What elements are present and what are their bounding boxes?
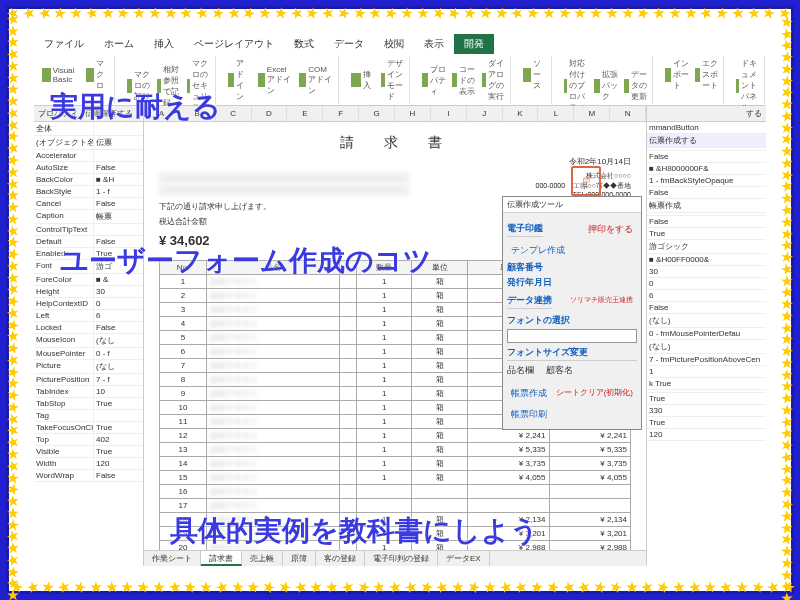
ribbon-item[interactable]: デザインモード bbox=[381, 58, 405, 102]
ribbon-item[interactable]: 拡張パック bbox=[594, 58, 618, 113]
prop-val[interactable]: 120 bbox=[647, 429, 766, 440]
table-row[interactable]: 16品名テキスト bbox=[160, 485, 631, 499]
col-header[interactable]: A bbox=[144, 106, 180, 121]
prop-val[interactable]: True bbox=[647, 417, 766, 428]
col-header[interactable]: B bbox=[180, 106, 216, 121]
prop-val[interactable] bbox=[647, 390, 766, 392]
sheet-tab[interactable]: 売上帳 bbox=[242, 551, 283, 566]
ribbon-tab[interactable]: ページレイアウト bbox=[184, 34, 284, 54]
prop-val[interactable]: ■ &H00FF0000& bbox=[647, 254, 766, 265]
sheet-tab[interactable]: 原簿 bbox=[283, 551, 316, 566]
prop-val[interactable]: ■ &H bbox=[94, 174, 143, 185]
table-row[interactable]: 14品名テキスト1箱¥ 3,735¥ 3,735 bbox=[160, 457, 631, 471]
prop-val[interactable]: 1 - f bbox=[94, 186, 143, 197]
make-button[interactable]: 帳票作成 bbox=[507, 385, 551, 402]
ribbon-item[interactable]: エクスポート bbox=[695, 58, 719, 91]
prop-val[interactable]: False bbox=[647, 216, 766, 227]
ribbon-tab[interactable]: 校閲 bbox=[374, 34, 414, 54]
ribbon-item[interactable]: ダイアログの実行 bbox=[482, 58, 506, 102]
prop-val[interactable]: 游ゴシック bbox=[647, 240, 766, 253]
prop-val[interactable]: 0 - f bbox=[94, 348, 143, 359]
prop-val[interactable]: ■ &H8000000F& bbox=[647, 163, 766, 174]
prop-val[interactable]: False bbox=[647, 151, 766, 162]
col-header[interactable]: H bbox=[395, 106, 431, 121]
ribbon-tab[interactable]: データ bbox=[324, 34, 374, 54]
sheet-tab[interactable]: 客の登録 bbox=[316, 551, 365, 566]
stamp-button[interactable]: 押印をする bbox=[584, 221, 637, 238]
sheet-tabs[interactable]: 作業シート請求書売上帳原簿客の登録電子印判の登録データEX bbox=[144, 550, 646, 566]
prop-val[interactable]: 0 bbox=[647, 278, 766, 289]
worksheet[interactable]: ABCDEFGHIJKLMN 請 求 書 令和2年10月14日 下記の通り請求申… bbox=[144, 106, 646, 566]
table-row[interactable]: 15品名テキスト1箱¥ 4,055¥ 4,055 bbox=[160, 471, 631, 485]
prop-val[interactable]: False bbox=[94, 322, 143, 333]
prop-val[interactable]: 30 bbox=[647, 266, 766, 277]
ribbon-item[interactable]: ドキュメントパネル bbox=[736, 58, 760, 113]
prop-val[interactable]: 伝票 bbox=[94, 136, 143, 149]
print-button[interactable]: 帳票印刷 bbox=[507, 406, 637, 423]
prop-val[interactable]: True bbox=[94, 398, 143, 409]
sheet-tab[interactable]: 請求書 bbox=[201, 551, 242, 566]
link-button[interactable]: ソリマチ販売王連携 bbox=[566, 293, 637, 310]
prop-val[interactable]: (なし) bbox=[647, 340, 766, 353]
prop-val[interactable]: 6 bbox=[647, 290, 766, 301]
ribbon-tab[interactable]: 表示 bbox=[414, 34, 454, 54]
table-row[interactable]: 19品名テキスト1箱¥ 3,201¥ 3,201 bbox=[160, 527, 631, 541]
prop-val[interactable]: True bbox=[647, 393, 766, 404]
prop-val[interactable] bbox=[647, 148, 766, 150]
prop-val[interactable]: 1 bbox=[647, 366, 766, 377]
prop-val[interactable]: False bbox=[647, 187, 766, 198]
sheet-tab[interactable]: 電子印判の登録 bbox=[365, 551, 438, 566]
clear-button[interactable]: シートクリア(初期化) bbox=[552, 385, 637, 402]
col-header[interactable]: M bbox=[574, 106, 610, 121]
ribbon-item[interactable]: COMアドイン bbox=[299, 58, 334, 102]
ribbon-tab[interactable]: ファイル bbox=[34, 34, 94, 54]
prop-val[interactable] bbox=[94, 410, 143, 421]
prop-val[interactable]: True bbox=[94, 446, 143, 457]
col-header[interactable]: E bbox=[287, 106, 323, 121]
prop-val[interactable]: False bbox=[94, 236, 143, 247]
prop-val[interactable]: 330 bbox=[647, 405, 766, 416]
prop-val[interactable] bbox=[647, 213, 766, 215]
prop-val[interactable]: 6 bbox=[94, 310, 143, 321]
ribbon-item[interactable]: Visual Basic bbox=[42, 58, 80, 91]
prop-tab[interactable]: 全体 bbox=[34, 122, 94, 135]
prop-val[interactable]: 402 bbox=[94, 434, 143, 445]
ribbon-item[interactable]: アドイン bbox=[228, 58, 252, 102]
prop-val[interactable]: 120 bbox=[94, 458, 143, 469]
col-header[interactable]: K bbox=[503, 106, 539, 121]
prop-val[interactable]: 0 - fmMousePointerDefau bbox=[647, 328, 766, 339]
col-header[interactable]: F bbox=[323, 106, 359, 121]
prop-val[interactable]: False bbox=[94, 198, 143, 209]
userform-panel[interactable]: 伝票作成ツール 電子印鑑押印をする テンプレ作成 顧客番号 発行年月日 データ連… bbox=[502, 196, 642, 430]
ribbon-item[interactable]: インポート bbox=[665, 58, 689, 91]
prop-val[interactable]: (なし) bbox=[647, 314, 766, 327]
ribbon-item[interactable]: マクロの記録 bbox=[127, 58, 151, 113]
sheet-tab[interactable]: データEX bbox=[438, 551, 490, 566]
prop-val[interactable]: ■ & bbox=[94, 274, 143, 285]
prop-val[interactable]: True bbox=[647, 228, 766, 239]
prop-val[interactable]: 帳票作成 bbox=[647, 199, 766, 212]
ribbon-item[interactable]: マクロ bbox=[86, 58, 110, 91]
col-header[interactable]: C bbox=[216, 106, 252, 121]
prop-val[interactable]: True bbox=[94, 248, 143, 259]
prop-val[interactable]: True bbox=[94, 422, 143, 433]
prop-val[interactable]: 1 - fmBackStyleOpaque bbox=[647, 175, 766, 186]
ribbon-tab[interactable]: 開発 bbox=[454, 34, 494, 54]
col-header[interactable]: I bbox=[431, 106, 467, 121]
prop-val[interactable]: 30 bbox=[94, 286, 143, 297]
table-row[interactable]: 18品名テキスト1箱¥ 2,134¥ 2,134 bbox=[160, 513, 631, 527]
prop-val[interactable]: 10 bbox=[94, 386, 143, 397]
col-header[interactable]: J bbox=[467, 106, 503, 121]
ribbon-item[interactable]: コードの表示 bbox=[452, 58, 476, 102]
col-header[interactable]: L bbox=[538, 106, 574, 121]
prop-val[interactable]: 帳票 bbox=[94, 210, 143, 223]
prop-val[interactable]: False bbox=[94, 470, 143, 481]
col-header[interactable]: N bbox=[610, 106, 646, 121]
font-select[interactable] bbox=[507, 329, 637, 343]
ribbon-item[interactable]: Excelアドイン bbox=[258, 58, 294, 102]
sheet-tab[interactable]: 作業シート bbox=[144, 551, 201, 566]
ribbon-item[interactable]: データの更新 bbox=[624, 58, 648, 113]
ribbon-item[interactable]: 対応付けのプロパティ bbox=[564, 58, 588, 113]
ribbon-item[interactable]: プロパティ bbox=[422, 58, 446, 102]
ribbon-item[interactable]: 相対参照で記録 bbox=[157, 58, 181, 113]
